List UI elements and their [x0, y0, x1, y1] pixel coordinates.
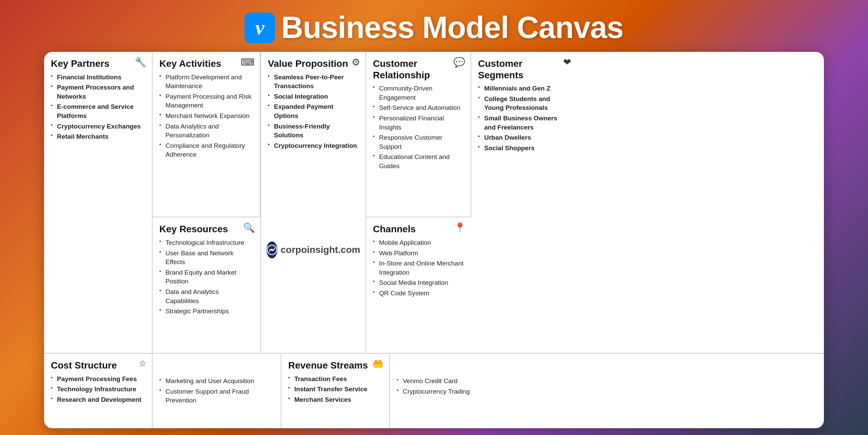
key-resources-cell: 🔍 Key Resources Technological Infrastruc…: [153, 217, 260, 353]
page-header: v Business Model Canvas: [244, 0, 623, 52]
list-item: Mobile Application: [373, 238, 465, 248]
list-item: Venmo Credit Card: [397, 377, 817, 386]
list-item: Web Platform: [373, 249, 465, 258]
watermark-area: corpoinsight.com: [268, 152, 359, 348]
list-item: Cryptocurrency Trading: [397, 387, 817, 396]
watermark: corpoinsight.com: [268, 152, 359, 348]
list-item: Data and Analytics Capabilities: [159, 288, 254, 305]
business-model-canvas: 🔧 Key Partners Financial Institutions Pa…: [44, 52, 824, 428]
list-item: Millennials and Gen Z: [478, 84, 570, 93]
cost-structure-cell-right: Marketing and User Acquisition Customer …: [153, 354, 281, 428]
list-item: E-commerce and Service Platforms: [51, 102, 145, 120]
revenue-streams-icon: 🤲: [372, 358, 384, 370]
list-item: Retail Merchants: [51, 132, 145, 141]
list-item: Payment Processors and Networks: [51, 83, 145, 101]
customer-segments-list: Millennials and Gen Z College Students a…: [478, 84, 570, 154]
list-item: Business-Friendly Solutions: [268, 122, 359, 140]
list-item: Marketing and User Acquisition: [159, 377, 274, 386]
key-resources-list: Technological Infrastructure User Base a…: [159, 238, 254, 317]
list-item: In-Store and Online Merchant Integration: [373, 259, 465, 277]
revenue-streams-section: 🤲 Revenue Streams Transaction Fees Insta…: [281, 354, 824, 428]
svg-point-1: [271, 249, 273, 251]
key-partners-title: Key Partners: [51, 58, 145, 70]
key-partners-icon: 🔧: [135, 57, 146, 68]
cost-structure-list-left: Payment Processing Fees Technology Infra…: [51, 375, 145, 406]
value-proposition-icon: ⚙: [352, 57, 360, 68]
list-item: Urban Dwellers: [478, 133, 570, 142]
customer-segments-cell: ❤ Customer Segments Millennials and Gen …: [471, 52, 576, 353]
list-item: Compliance and Regulatory Adherence: [159, 141, 253, 159]
activities-resources-split: ⌨ Key Activities Platform Development an…: [153, 52, 261, 353]
key-partners-list: Financial Institutions Payment Processor…: [51, 73, 145, 143]
customer-rel-channels-split: 💬 Customer Relationship Community-Driven…: [366, 52, 471, 353]
list-item: Responsive Customer Support: [373, 133, 464, 151]
list-item: Seamless Peer-to-Peer Transactions: [268, 73, 359, 91]
customer-segments-title: Customer Segments: [478, 58, 570, 81]
key-resources-title: Key Resources: [159, 223, 254, 235]
key-activities-title: Key Activities: [159, 58, 253, 70]
list-item: Self-Service and Automation: [373, 103, 464, 113]
list-item: Platform Development and Maintenance: [159, 73, 253, 91]
customer-relationship-title: Customer Relationship: [373, 58, 464, 81]
list-item: Cryptocurrency Exchanges: [51, 122, 145, 131]
value-proposition-title: Value Proposition: [268, 58, 359, 70]
list-item: Social Shoppers: [478, 144, 570, 153]
page-title: Business Model Canvas: [281, 10, 623, 45]
list-item: Financial Institutions: [51, 73, 145, 82]
list-item: Merchant Network Expansion: [159, 112, 253, 121]
revenue-streams-cell-left: 🤲 Revenue Streams Transaction Fees Insta…: [281, 354, 390, 428]
cost-structure-title: Cost Structure: [51, 360, 145, 371]
list-item: Strategic Partnerships: [159, 307, 254, 316]
list-item: Instant Transfer Service: [288, 385, 382, 394]
list-item: Payment Processing Fees: [51, 375, 145, 384]
canvas-top-section: 🔧 Key Partners Financial Institutions Pa…: [44, 52, 824, 354]
venmo-logo: v: [244, 13, 275, 43]
cost-structure-section: ☆ Cost Structure Payment Processing Fees…: [44, 354, 281, 428]
key-activities-icon: ⌨: [241, 57, 254, 68]
list-item: Payment Processing and Risk Management: [159, 92, 253, 110]
list-item: Research and Development: [51, 395, 145, 404]
revenue-streams-title: Revenue Streams: [288, 360, 382, 371]
customer-relationship-icon: 💬: [453, 57, 465, 68]
cost-structure-icon: ☆: [139, 358, 146, 369]
list-item: Social Media Integration: [373, 278, 465, 288]
customer-relationship-cell: 💬 Customer Relationship Community-Driven…: [366, 52, 471, 217]
list-item: Small Business Owners and Freelancers: [478, 114, 570, 132]
key-activities-list: Platform Development and Maintenance Pay…: [159, 73, 253, 161]
list-item: Cryptocurrency Integration: [268, 141, 359, 151]
cost-structure-cell-left: ☆ Cost Structure Payment Processing Fees…: [44, 354, 153, 428]
watermark-text: corpoinsight.com: [281, 244, 360, 255]
value-proposition-list: Seamless Peer-to-Peer Transactions Socia…: [268, 73, 359, 152]
cost-structure-list-right: Marketing and User Acquisition Customer …: [159, 377, 274, 407]
svg-point-0: [267, 245, 277, 255]
list-item: Customer Support and Fraud Prevention: [159, 387, 274, 405]
list-item: Technology Infrastructure: [51, 385, 145, 394]
channels-cell: 📍 Channels Mobile Application Web Platfo…: [366, 217, 471, 353]
list-item: Merchant Services: [288, 395, 382, 404]
revenue-streams-list-left: Transaction Fees Instant Transfer Servic…: [288, 375, 382, 406]
revenue-streams-list-right: Venmo Credit Card Cryptocurrency Trading: [397, 377, 817, 397]
list-item: Transaction Fees: [288, 375, 382, 384]
list-item: Brand Equity and Market Position: [159, 268, 254, 286]
list-item: QR Code System: [373, 289, 465, 298]
customer-segments-icon: ❤: [563, 57, 571, 68]
list-item: Personalized Financial Insights: [373, 114, 464, 132]
canvas-bottom-section: ☆ Cost Structure Payment Processing Fees…: [44, 354, 824, 428]
list-item: Expanded Payment Options: [268, 102, 359, 120]
watermark-icon: [267, 241, 277, 258]
channels-title: Channels: [373, 223, 465, 235]
list-item: Social Integration: [268, 92, 359, 101]
list-item: Data Analytics and Personalization: [159, 122, 253, 140]
channels-list: Mobile Application Web Platform In-Store…: [373, 238, 465, 299]
list-item: Technological Infrastructure: [159, 238, 254, 248]
revenue-streams-cell-right: Venmo Credit Card Cryptocurrency Trading: [390, 354, 824, 428]
channels-icon: 📍: [454, 222, 466, 233]
value-proposition-cell: ⚙ Value Proposition Seamless Peer-to-Pee…: [261, 52, 366, 353]
key-activities-cell: ⌨ Key Activities Platform Development an…: [153, 52, 260, 217]
key-partners-cell: 🔧 Key Partners Financial Institutions Pa…: [44, 52, 153, 353]
list-item: College Students and Young Professionals: [478, 95, 570, 113]
list-item: Educational Content and Guides: [373, 153, 464, 171]
list-item: User Base and Network Effects: [159, 249, 254, 267]
customer-relationship-list: Community-Driven Engagement Self-Service…: [373, 84, 464, 172]
list-item: Community-Driven Engagement: [373, 84, 464, 102]
